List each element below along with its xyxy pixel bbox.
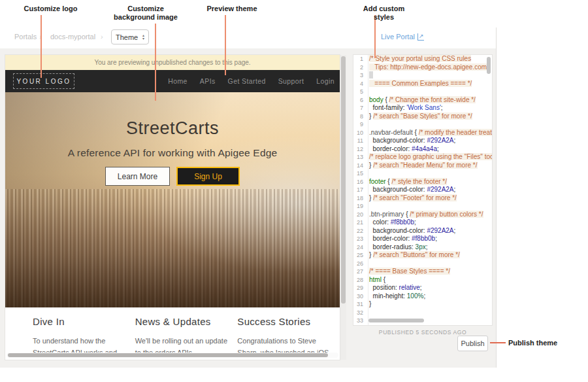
line-number: 29 [353,284,366,292]
code-line: 3 [353,71,492,80]
line-number: 25 [353,251,366,260]
code-line: 15 [353,169,492,178]
column-heading: Success Stories [237,316,333,327]
code-line: 7 font-family: 'Work Sans'; [353,104,492,113]
line-number: 26 [353,260,366,268]
preview-content-columns: Dive InTo understand how the StreetCarts… [5,307,340,360]
line-number: 2 [353,63,366,72]
line-number: 27 [353,268,366,276]
code-line: 26 [353,260,492,268]
annotation-publish-theme: Publish theme [508,339,557,347]
preview-vertical-scrollbar[interactable] [340,55,346,360]
code-line: 27/* ==== Base Styles ==== */ [353,268,492,276]
css-code-editor[interactable]: 1/* Style your portal using CSS rules2 T… [353,55,492,325]
preview-navbar: YOUR LOGO HomeAPIsGet StartedSupportLogi… [5,70,340,92]
hero-background-image: StreetCarts A reference API for working … [5,92,340,307]
editor-horizontal-scrollbar[interactable] [368,319,424,322]
line-number: 10 [353,129,366,137]
hero-title: StreetCarts [5,118,340,139]
theme-editor-page: Customize logo Customize background imag… [0,0,588,382]
city-skyline-graphic [5,189,340,307]
line-number: 22 [353,227,366,235]
preview-nav-link[interactable]: Login [316,77,335,85]
column-heading: News & Updates [135,316,231,327]
line-number: 23 [353,235,366,243]
theme-dropdown[interactable]: Theme ▴▾ [111,29,149,44]
code-line: 8} /* search "Base Styles" for more */ [353,113,492,121]
code-line: 18} /* search "Footer" for more */ [353,194,492,203]
gutter-divider [368,55,368,325]
published-status: PUBLISHED 5 SECONDS AGO [353,329,492,336]
code-line: 9 [353,120,492,129]
portal-preview-pane: You are previewing unpublished changes t… [5,55,340,360]
breadcrumb-portal-name[interactable]: docs-myportal [50,33,95,41]
line-number: 8 [353,113,366,121]
preview-nav-link[interactable]: Home [168,77,188,85]
code-line: 10.navbar-default { /* modify the header… [353,129,492,137]
callout-line-background [155,24,156,101]
annotation-add-custom-styles: Add custom styles [353,5,415,22]
line-number: 9 [353,120,366,129]
line-number: 21 [353,218,366,227]
code-line: 24 border-radius: 3px; [353,243,492,252]
external-link-icon: ↗ [417,33,424,41]
breadcrumb-portals[interactable]: Portals [14,33,37,41]
live-portal-link[interactable]: Live Portal ↗ [381,33,424,41]
content-divider [496,27,497,368]
code-line: 2 Tips: http://new-edge-docs.apigee.com/ [353,63,492,72]
line-number: 20 [353,211,366,219]
preview-nav-link[interactable]: APIs [200,77,216,85]
line-number: 7 [353,104,366,113]
code-line: 5 [353,88,492,96]
breadcrumb-separator2: › [101,33,103,41]
line-number: 1 [353,55,366,63]
chevron-updown-icon: ▴▾ [142,34,144,41]
line-number: 14 [353,162,366,170]
line-number: 16 [353,178,366,186]
line-number: 13 [353,153,366,162]
line-number: 19 [353,202,366,211]
code-line: 32 [353,309,492,317]
theme-dropdown-value: Theme [116,33,138,41]
hero-subtitle: A reference API for working with Apigee … [5,147,340,159]
code-line: 31} [353,300,492,309]
code-line: 28html { [353,276,492,285]
learn-more-button[interactable]: Learn More [105,167,170,186]
code-line: 16footer { /* style the footer */ [353,178,492,186]
publish-button[interactable]: Publish [457,336,488,351]
code-line: 14} /* search "Header Menu" for more */ [353,162,492,170]
line-number: 30 [353,292,366,301]
callout-line-preview [225,15,226,75]
code-line: 12 border-color: #4a4a4a; [353,145,492,154]
sign-up-button[interactable]: Sign Up [176,167,240,186]
preview-nav-link[interactable]: Get Started [228,77,266,85]
preview-nav-link[interactable]: Support [278,77,304,85]
code-line: 20.btn-primary { /* primary button color… [353,211,492,219]
preview-horizontal-scrollbar[interactable] [7,353,338,358]
unpublished-changes-banner: You are previewing unpublished changes t… [5,55,340,70]
callout-line-logo [41,15,42,78]
line-number: 4 [353,80,366,88]
code-line: 11 background-color: #292A2A; [353,137,492,145]
line-number: 17 [353,186,366,194]
code-line: 30 min-height: 100%; [353,292,492,301]
line-number: 3 [353,71,366,80]
callout-line-publish [490,342,506,343]
line-number: 18 [353,194,366,203]
column-heading: Dive In [33,316,128,327]
line-number: 5 [353,88,366,96]
line-number: 32 [353,309,366,317]
code-line: 29 position: relative; [353,284,492,292]
line-number: 31 [353,300,366,309]
editor-vertical-scrollbar[interactable] [487,57,491,74]
annotation-customize-background: Customize background image [109,5,182,22]
live-portal-label: Live Portal [381,33,415,41]
code-line: 6body { /* Change the font site-wide */ [353,96,492,105]
line-number: 24 [353,243,366,252]
code-line: 19 [353,202,492,211]
code-line: 25} /* search "Buttons" for more */ [353,251,492,260]
line-number: 6 [353,96,366,105]
preview-nav-links: HomeAPIsGet StartedSupportLogin [168,70,335,92]
your-logo-placeholder[interactable]: YOUR LOGO [13,73,74,89]
code-line: 13/* replace logo graphic using the "Fil… [353,153,492,162]
